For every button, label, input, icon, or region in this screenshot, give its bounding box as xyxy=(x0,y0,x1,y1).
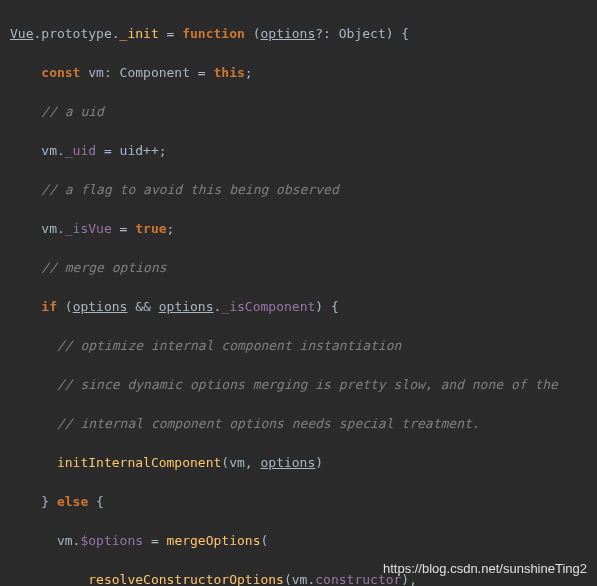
code-line: if (options && options._isComponent) { xyxy=(10,297,587,317)
code-line: // optimize internal component instantia… xyxy=(10,336,587,356)
code-editor: Vue.prototype._init = function (options?… xyxy=(0,0,597,586)
code-line: } else { xyxy=(10,492,587,512)
code-line: Vue.prototype._init = function (options?… xyxy=(10,24,587,44)
code-line: // a flag to avoid this being observed xyxy=(10,180,587,200)
code-line: vm._uid = uid++; xyxy=(10,141,587,161)
code-line: // internal component options needs spec… xyxy=(10,414,587,434)
watermark-text: https://blog.csdn.net/sunshineTing2 xyxy=(383,559,587,579)
code-line: const vm: Component = this; xyxy=(10,63,587,83)
code-line: // merge options xyxy=(10,258,587,278)
code-line: initInternalComponent(vm, options) xyxy=(10,453,587,473)
code-line: // a uid xyxy=(10,102,587,122)
code-line: // since dynamic options merging is pret… xyxy=(10,375,587,395)
code-line: vm.$options = mergeOptions( xyxy=(10,531,587,551)
code-line: vm._isVue = true; xyxy=(10,219,587,239)
